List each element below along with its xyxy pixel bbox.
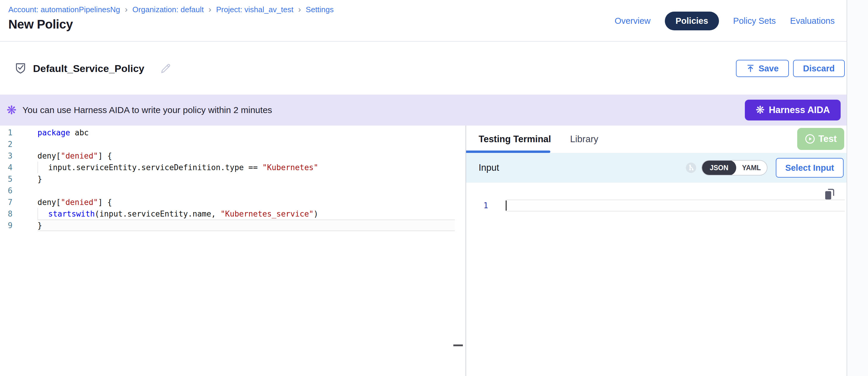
code-token: input.serviceEntity.serviceDefinition.ty… xyxy=(48,163,262,172)
page-header: Account: automationPipelinesNg›Organizat… xyxy=(0,0,846,42)
code-content xyxy=(37,138,455,150)
breadcrumb: Account: automationPipelinesNg›Organizat… xyxy=(8,5,334,14)
code-content: } xyxy=(37,220,455,231)
code-line-8[interactable]: 8startswith(input.serviceEntity.name, "K… xyxy=(0,208,466,220)
code-line-1[interactable]: 1package abc xyxy=(0,127,466,138)
breadcrumb-item-project[interactable]: Project: vishal_av_test xyxy=(216,5,293,14)
tab-testing-terminal[interactable]: Testing Terminal xyxy=(478,134,551,145)
code-token: ] { xyxy=(98,151,112,160)
format-option-json[interactable]: JSON xyxy=(702,160,736,176)
new-policy-page: Account: automationPipelinesNg›Organizat… xyxy=(0,0,868,376)
policy-header-bar: Default_Service_Policy Save Discard xyxy=(0,42,846,95)
module-tab-overview[interactable]: Overview xyxy=(615,16,651,26)
input-section-title: Input xyxy=(478,162,499,173)
code-line-3[interactable]: 3deny["denied"] { xyxy=(0,150,466,161)
line-number: 8 xyxy=(0,210,12,218)
testing-panel: Testing TerminalLibrary Test Input xyxy=(466,126,846,376)
shield-check-icon xyxy=(14,61,27,75)
breadcrumb-separator: › xyxy=(209,5,211,14)
code-token: deny[ xyxy=(37,198,61,207)
aida-banner-message: You can use Harness AIDA to write your p… xyxy=(23,105,272,115)
line-number: 3 xyxy=(0,151,12,160)
save-button[interactable]: Save xyxy=(736,60,789,77)
code-token: "Kubernetes_service" xyxy=(220,210,313,218)
policy-actions: Save Discard xyxy=(736,60,845,77)
line-number: 1 xyxy=(466,201,488,210)
line-number: 7 xyxy=(0,198,12,207)
code-content: deny["denied"] { xyxy=(37,196,455,208)
indent-guide xyxy=(37,208,48,220)
module-tabs: OverviewPoliciesPolicy SetsEvaluations xyxy=(615,0,835,42)
input-editor-line[interactable]: 1 xyxy=(466,199,846,212)
copy-icon[interactable] xyxy=(824,187,836,201)
active-tab-underline xyxy=(466,151,550,153)
test-button-label: Test xyxy=(818,133,836,144)
code-content xyxy=(37,185,455,196)
code-content: startswith(input.serviceEntity.name, "Ku… xyxy=(37,208,455,220)
harness-aida-button[interactable]: ❋ Harness AIDA xyxy=(745,100,841,121)
page-title: New Policy xyxy=(8,17,73,32)
line-number: 4 xyxy=(0,163,12,172)
code-token: ) xyxy=(313,210,318,218)
code-token: package xyxy=(37,128,70,137)
code-token: "Kubernetes" xyxy=(262,163,318,172)
line-number: 6 xyxy=(0,186,12,195)
code-content: package abc xyxy=(37,127,455,138)
input-line-content[interactable] xyxy=(506,199,845,212)
input-section-header: Input JSONYAML Select Input xyxy=(466,153,846,183)
line-number: 1 xyxy=(0,128,12,137)
play-circle-icon xyxy=(805,133,815,144)
breadcrumb-separator: › xyxy=(125,5,128,14)
edit-pencil-icon[interactable] xyxy=(160,62,172,74)
aida-flower-icon: ❋ xyxy=(6,104,17,116)
tab-library[interactable]: Library xyxy=(570,134,598,145)
line-number: 9 xyxy=(0,221,12,230)
code-content: input.serviceEntity.serviceDefinition.ty… xyxy=(37,161,455,173)
editor-scrollbar-thumb[interactable] xyxy=(453,344,463,346)
rego-code-editor[interactable]: 1package abc23deny["denied"] {4input.ser… xyxy=(0,126,466,376)
terminal-tabs: Testing TerminalLibrary xyxy=(478,134,598,145)
branch-icon[interactable] xyxy=(685,162,697,174)
code-token: deny[ xyxy=(37,151,61,160)
aida-button-label: Harness AIDA xyxy=(769,105,830,116)
code-content: deny["denied"] { xyxy=(37,150,455,161)
code-token: ] { xyxy=(98,198,112,207)
module-tab-policy-sets[interactable]: Policy Sets xyxy=(733,16,776,26)
line-number: 2 xyxy=(0,140,12,149)
input-editor[interactable]: 1 xyxy=(466,183,846,376)
code-token: "denied" xyxy=(61,198,98,207)
code-line-2[interactable]: 2 xyxy=(0,138,466,150)
upload-icon xyxy=(746,64,755,73)
breadcrumb-separator: › xyxy=(298,5,301,14)
policy-name: Default_Service_Policy xyxy=(33,63,144,74)
code-token: "denied" xyxy=(61,151,98,160)
line-number: 5 xyxy=(0,175,12,184)
code-token: (input.serviceEntity.name, xyxy=(95,210,221,218)
code-line-4[interactable]: 4input.serviceEntity.serviceDefinition.t… xyxy=(0,161,466,173)
select-input-button[interactable]: Select Input xyxy=(776,158,844,178)
format-toggle: JSONYAML xyxy=(702,160,768,176)
code-line-7[interactable]: 7deny["denied"] { xyxy=(0,196,466,208)
module-tab-policies[interactable]: Policies xyxy=(665,11,719,30)
code-token: abc xyxy=(70,128,89,137)
text-cursor xyxy=(506,200,506,211)
discard-button[interactable]: Discard xyxy=(793,60,845,77)
discard-label: Discard xyxy=(803,64,835,73)
code-token: startswith xyxy=(48,210,95,218)
code-token: } xyxy=(37,175,42,184)
indent-guide xyxy=(37,161,48,173)
page-right-gutter xyxy=(846,0,868,376)
save-label: Save xyxy=(758,64,779,73)
aida-flower-icon: ❋ xyxy=(755,105,765,116)
code-line-5[interactable]: 5} xyxy=(0,173,466,185)
breadcrumb-item-settings[interactable]: Settings xyxy=(306,5,334,14)
code-line-6[interactable]: 6 xyxy=(0,185,466,196)
code-line-9[interactable]: 9} xyxy=(0,220,466,231)
module-tab-evaluations[interactable]: Evaluations xyxy=(790,16,835,26)
main-content: 1package abc23deny["denied"] {4input.ser… xyxy=(0,126,846,376)
format-option-yaml[interactable]: YAML xyxy=(736,160,767,176)
code-token: } xyxy=(37,221,42,230)
breadcrumb-item-account[interactable]: Account: automationPipelinesNg xyxy=(8,5,120,14)
breadcrumb-item-organization[interactable]: Organization: default xyxy=(132,5,204,14)
test-button[interactable]: Test xyxy=(797,128,844,150)
